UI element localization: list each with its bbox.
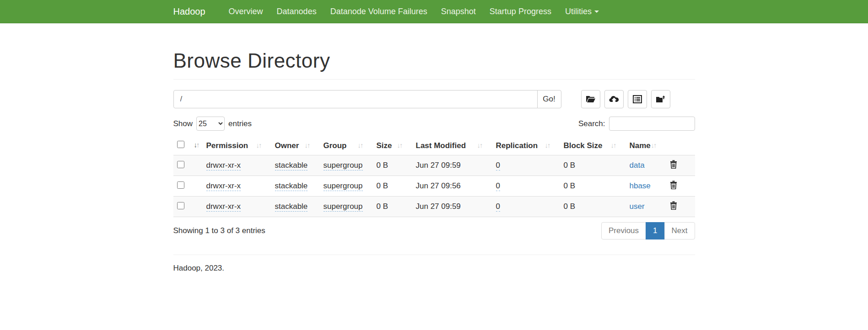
header-permission[interactable]: Permission↓↑ xyxy=(203,137,271,155)
row-checkbox[interactable] xyxy=(177,161,184,168)
footer-divider xyxy=(173,255,695,255)
sort-icon[interactable]: ↓↑ xyxy=(256,141,268,149)
size-cell: 0 B xyxy=(377,202,388,211)
nav-item-overview[interactable]: Overview xyxy=(222,7,270,16)
table-info: Showing 1 to 3 of 3 entries xyxy=(173,226,265,235)
next-page-button[interactable]: Next xyxy=(664,222,695,240)
directory-action-buttons xyxy=(581,90,670,108)
header-group[interactable]: Group↓↑ xyxy=(320,137,373,155)
cloud-upload-icon xyxy=(609,95,619,103)
entries-label: entries xyxy=(228,119,252,128)
directory-link[interactable]: hbase xyxy=(630,181,651,190)
nav-menu: Overview Datanodes Datanode Volume Failu… xyxy=(222,7,606,16)
header-block-size[interactable]: Block Size↓↑ xyxy=(560,137,626,155)
chevron-down-icon xyxy=(594,11,599,13)
nav-item-datanodes[interactable]: Datanodes xyxy=(270,7,323,16)
table-row: drwxr-xr-x stackable supergroup 0 B Jun … xyxy=(173,176,695,197)
sort-icon[interactable]: ↓↑ xyxy=(477,141,489,149)
size-cell: 0 B xyxy=(377,161,388,170)
list-alt-icon xyxy=(633,95,642,103)
directory-link[interactable]: data xyxy=(630,161,645,170)
search-label: Search: xyxy=(578,119,605,128)
permission-cell[interactable]: drwxr-xr-x xyxy=(206,181,241,191)
delete-button[interactable] xyxy=(670,160,677,170)
go-button[interactable]: Go! xyxy=(537,90,561,108)
nav-item-startup-progress[interactable]: Startup Progress xyxy=(483,7,558,16)
previous-page-button[interactable]: Previous xyxy=(601,222,646,240)
table-header-row: ↓↑ Permission↓↑ Owner↓↑ Group↓↑ Size↓↑ L… xyxy=(173,137,695,155)
search-input[interactable] xyxy=(609,117,695,131)
select-all-checkbox[interactable] xyxy=(177,141,184,148)
sort-icon[interactable]: ↓↑ xyxy=(305,141,316,149)
sort-icon[interactable]: ↓↑ xyxy=(194,141,199,149)
directory-path-input[interactable] xyxy=(173,90,538,108)
header-last-modified[interactable]: Last Modified↓↑ xyxy=(412,137,492,155)
pagination: Previous 1 Next xyxy=(601,222,695,240)
directory-listing-table: ↓↑ Permission↓↑ Owner↓↑ Group↓↑ Size↓↑ L… xyxy=(173,137,695,217)
delete-button[interactable] xyxy=(670,181,677,191)
footer-text: Hadoop, 2023. xyxy=(173,264,695,273)
owner-cell[interactable]: stackable xyxy=(275,161,308,170)
group-cell[interactable]: supergroup xyxy=(323,202,363,212)
block-size-cell: 0 B xyxy=(564,202,576,211)
last-modified-cell: Jun 27 09:56 xyxy=(416,181,461,190)
permission-cell[interactable]: drwxr-xr-x xyxy=(206,161,241,170)
sort-icon[interactable]: ↓↑ xyxy=(358,141,369,149)
replication-cell[interactable]: 0 xyxy=(496,202,500,212)
brand-hadoop[interactable]: Hadoop xyxy=(173,6,205,17)
header-owner[interactable]: Owner↓↑ xyxy=(271,137,320,155)
row-checkbox[interactable] xyxy=(177,181,184,189)
trash-icon xyxy=(670,184,677,191)
page-size-select[interactable]: 25 xyxy=(196,117,225,131)
sort-icon[interactable]: ↓↑ xyxy=(611,141,622,149)
create-directory-button[interactable] xyxy=(581,90,600,108)
show-label: Show xyxy=(173,119,193,128)
nav-item-utilities[interactable]: Utilities xyxy=(558,7,606,16)
page-title: Browse Directory xyxy=(173,49,695,72)
last-modified-cell: Jun 27 09:59 xyxy=(416,161,461,170)
directory-path-group: Go! xyxy=(173,90,561,108)
sort-icon[interactable]: ↓↑ xyxy=(651,141,663,149)
trash-icon xyxy=(670,163,677,170)
header-select-all: ↓↑ xyxy=(173,137,203,155)
sort-icon[interactable]: ↓↑ xyxy=(397,141,409,149)
folder-move-icon xyxy=(656,95,666,103)
size-cell: 0 B xyxy=(377,181,388,190)
top-navbar: Hadoop Overview Datanodes Datanode Volum… xyxy=(0,0,868,23)
nav-item-snapshot[interactable]: Snapshot xyxy=(434,7,483,16)
nav-item-datanode-volume-failures[interactable]: Datanode Volume Failures xyxy=(323,7,434,16)
cut-paste-button[interactable] xyxy=(628,90,647,108)
replication-cell[interactable]: 0 xyxy=(496,181,500,191)
header-size[interactable]: Size↓↑ xyxy=(373,137,412,155)
move-files-button[interactable] xyxy=(651,90,670,108)
last-modified-cell: Jun 27 09:59 xyxy=(416,202,461,211)
header-name[interactable]: Name↓↑ xyxy=(626,137,666,155)
header-actions xyxy=(666,137,695,155)
upload-files-button[interactable] xyxy=(604,90,624,108)
trash-icon xyxy=(670,204,677,211)
nav-item-utilities-label: Utilities xyxy=(565,7,592,16)
sort-icon[interactable]: ↓↑ xyxy=(545,141,556,149)
header-replication[interactable]: Replication↓↑ xyxy=(492,137,560,155)
page-header: Browse Directory xyxy=(173,23,695,80)
directory-link[interactable]: user xyxy=(630,202,645,211)
block-size-cell: 0 B xyxy=(564,161,576,170)
table-row: drwxr-xr-x stackable supergroup 0 B Jun … xyxy=(173,155,695,176)
block-size-cell: 0 B xyxy=(564,181,576,190)
page-1-button[interactable]: 1 xyxy=(646,222,664,240)
permission-cell[interactable]: drwxr-xr-x xyxy=(206,202,241,212)
delete-button[interactable] xyxy=(670,201,677,211)
table-row: drwxr-xr-x stackable supergroup 0 B Jun … xyxy=(173,197,695,217)
folder-open-icon xyxy=(586,95,596,103)
owner-cell[interactable]: stackable xyxy=(275,202,308,212)
group-cell[interactable]: supergroup xyxy=(323,161,363,170)
group-cell[interactable]: supergroup xyxy=(323,181,363,191)
replication-cell[interactable]: 0 xyxy=(496,161,500,170)
owner-cell[interactable]: stackable xyxy=(275,181,308,191)
row-checkbox[interactable] xyxy=(177,202,184,209)
